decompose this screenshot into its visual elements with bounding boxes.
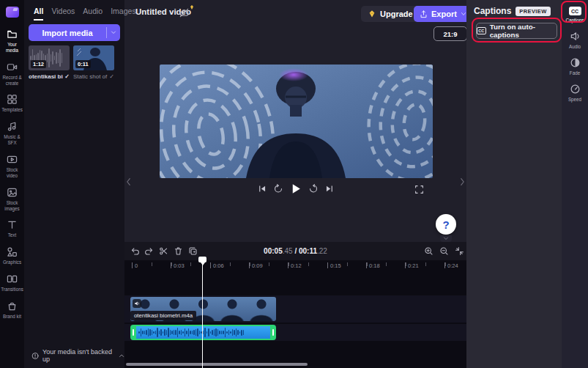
help-button[interactable]: ? (436, 214, 456, 235)
playhead[interactable] (198, 257, 206, 262)
import-media-dropdown[interactable] (106, 27, 120, 38)
trim-handle-left[interactable] (130, 325, 136, 340)
aspect-ratio-label: 21:9 (443, 30, 457, 38)
ruler-tick-label: 0:15 (327, 262, 341, 269)
cc-icon: CC (477, 27, 486, 34)
rail-item-fade[interactable]: Fade (562, 54, 588, 81)
camera-icon (7, 62, 18, 73)
synced-check-icon: ✓ (64, 73, 70, 80)
collapse-right-panel-icon[interactable] (459, 177, 466, 187)
tab-audio[interactable]: Audio (83, 7, 103, 21)
clip-filename-label: otentikasi biometri.m4a (130, 311, 196, 320)
stock-image-icon (7, 187, 18, 198)
speaker-icon (570, 31, 581, 42)
tab-videos[interactable]: Videos (51, 7, 75, 21)
media-items: 1:12 0:11 (29, 45, 114, 70)
media-item-video[interactable]: 0:11 (73, 45, 114, 70)
timeline-video-clip[interactable]: otentikasi biometri.m4a (130, 297, 276, 321)
delete-button[interactable] (174, 246, 183, 256)
play-button[interactable] (289, 183, 302, 195)
ruler-tick-label: 0:24 (444, 262, 458, 269)
sidebar-item-record-create[interactable]: Record & create (0, 58, 24, 91)
app-logo[interactable] (6, 7, 19, 18)
clip-thumbnail (247, 297, 276, 321)
media-panel: All Videos Audio Images Import media 1:1… (24, 0, 124, 368)
help-question-mark: ? (442, 218, 449, 231)
ruler-tick-label: 0:06 (210, 262, 224, 269)
ruler-tick-label: 0 (132, 262, 138, 269)
rail-item-captions[interactable]: CC Captions (562, 4, 588, 28)
trim-handle-right[interactable] (270, 325, 276, 340)
turn-on-auto-captions-button[interactable]: CC Turn on auto-captions (476, 23, 557, 39)
upgrade-button[interactable]: Upgrade (361, 6, 420, 22)
captions-panel-title: Captions (474, 6, 511, 16)
fullscreen-button[interactable] (414, 185, 424, 194)
zoom-in-button[interactable] (424, 246, 433, 256)
video-preview-canvas[interactable] (160, 65, 433, 178)
export-label: Export (431, 10, 457, 18)
folder-icon (7, 29, 18, 40)
chevron-down-icon (461, 12, 466, 16)
chevron-up-icon (119, 353, 124, 358)
cloud-backup-off-icon[interactable] (179, 7, 190, 18)
timeline-audio-clip-selected[interactable] (130, 325, 276, 340)
timecode-display: 00:05.45 / 00:11.22 (264, 247, 327, 255)
captions-panel: Captions PREVIEW CC Turn on auto-caption… (466, 0, 562, 368)
video-editor-window: Untitled video Upgrade Export 21:9 (0, 0, 588, 368)
jump-back-1s-button[interactable] (273, 184, 283, 194)
media-item-audio[interactable]: 1:12 (29, 45, 70, 70)
audio-waveform (132, 326, 275, 339)
backup-notice-label: Your media isn't backed up (42, 348, 115, 363)
jump-forward-1s-button[interactable] (308, 184, 318, 194)
timeline-section: 00:05.45 / 00:11.22 0 0:03 0:06 0:09 0:1… (124, 242, 466, 368)
timeline-toolbar: 00:05.45 / 00:11.22 (124, 242, 466, 260)
preview-stage: Untitled video Upgrade Export 21:9 (124, 0, 466, 242)
duplicate-button[interactable] (188, 246, 198, 256)
navigation-rail: Your media Record & create Templates Mus… (0, 0, 24, 368)
timeline-scrollbar[interactable] (126, 363, 308, 366)
backup-notice[interactable]: Your media isn't backed up (31, 348, 124, 363)
upgrade-label: Upgrade (380, 10, 413, 18)
ruler-tick-label: 0:09 (249, 262, 263, 269)
sidebar-item-music-sfx[interactable]: Music & SFX (0, 117, 24, 150)
tab-images[interactable]: Images (111, 7, 135, 21)
cc-icon: CC (569, 7, 581, 15)
help-collapse-tab[interactable] (440, 235, 452, 242)
timeline-ruler[interactable]: 0 0:03 0:06 0:09 0:12 0:15 0:18 0:21 0:2… (124, 260, 466, 273)
sidebar-item-your-media[interactable]: Your media (0, 25, 24, 58)
info-icon (31, 352, 39, 360)
redo-button[interactable] (144, 246, 154, 256)
export-button[interactable]: Export (414, 6, 472, 22)
sidebar-item-transitions[interactable]: Transitions (0, 270, 24, 297)
sidebar-item-templates[interactable]: Templates (0, 90, 24, 117)
collapse-left-panel-icon[interactable] (125, 177, 132, 187)
sidebar-item-text[interactable]: Text (0, 216, 24, 243)
playback-controls (257, 183, 334, 195)
zoom-out-button[interactable] (439, 246, 449, 256)
media-item-title: Static shot of ... (73, 73, 108, 80)
ruler-tick-label: 0:18 (366, 262, 380, 269)
aspect-ratio-button[interactable]: 21:9 (433, 26, 467, 41)
skip-to-start-button[interactable] (257, 184, 267, 194)
import-media-button[interactable]: Import media (29, 24, 120, 41)
duration-badge: 1:12 (31, 60, 46, 68)
split-scissors-button[interactable] (159, 246, 168, 256)
brand-kit-icon (7, 301, 18, 312)
media-tabs: All Videos Audio Images (34, 7, 136, 21)
media-item-captions: otentikasi bio... ✓ Static shot of ... ✓ (29, 73, 114, 80)
shapes-icon (7, 246, 18, 257)
upload-icon (420, 10, 428, 18)
rail-item-speed[interactable]: Speed (562, 81, 588, 107)
sidebar-item-stock-video[interactable]: Stock video (0, 150, 24, 183)
video-frame (160, 65, 433, 178)
skip-to-end-button[interactable] (324, 184, 334, 194)
sidebar-item-brand-kit[interactable]: Brand kit (0, 297, 24, 324)
sidebar-item-graphics[interactable]: Graphics (0, 243, 24, 270)
undo-button[interactable] (130, 246, 140, 256)
premium-gem-icon (189, 4, 195, 10)
rail-item-audio[interactable]: Audio (562, 28, 588, 54)
tab-all[interactable]: All (34, 7, 43, 21)
sidebar-item-stock-images[interactable]: Stock images (0, 183, 24, 216)
ruler-tick-label: 0:12 (288, 262, 302, 269)
zoom-to-fit-button[interactable] (455, 246, 464, 256)
